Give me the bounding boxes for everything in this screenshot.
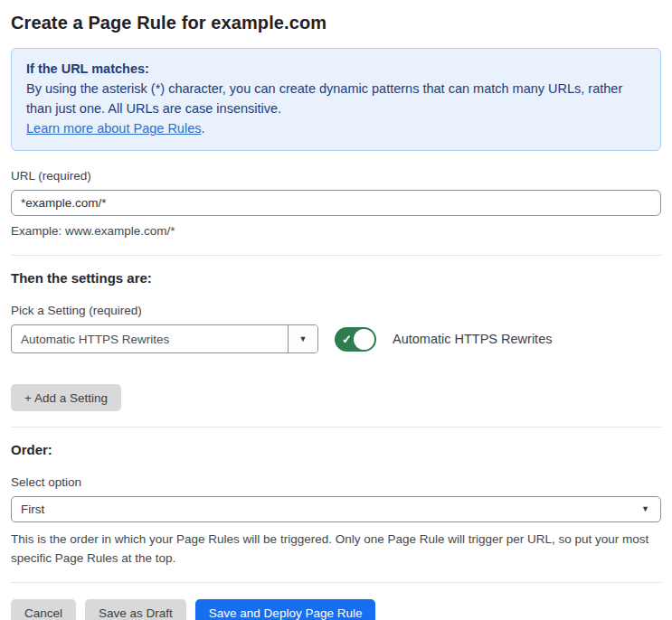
check-icon: ✓ — [342, 333, 352, 345]
divider — [11, 582, 661, 583]
url-input[interactable] — [11, 190, 661, 216]
cancel-button[interactable]: Cancel — [11, 599, 76, 620]
info-box-heading: If the URL matches: — [26, 59, 646, 79]
order-helper-text: This is the order in which your Page Rul… — [11, 530, 661, 568]
chevron-down-icon: ▼ — [299, 335, 308, 343]
chevron-down-icon: ▼ — [641, 505, 649, 513]
create-page-rule-form: Create a Page Rule for example.com If th… — [0, 0, 672, 620]
pick-setting-label: Pick a Setting (required) — [11, 304, 661, 317]
add-setting-button[interactable]: + Add a Setting — [11, 384, 121, 411]
url-match-info-box: If the URL matches: By using the asteris… — [11, 48, 661, 151]
page-title: Create a Page Rule for example.com — [11, 13, 661, 33]
save-and-deploy-button[interactable]: Save and Deploy Page Rule — [195, 599, 376, 620]
info-box-link-line: Learn more about Page Rules. — [26, 118, 646, 138]
order-select-label: Select option — [11, 475, 661, 489]
learn-more-link[interactable]: Learn more about Page Rules — [26, 121, 201, 136]
footer-actions: Cancel Save as Draft Save and Deploy Pag… — [11, 599, 661, 620]
divider — [11, 427, 661, 427]
order-select[interactable]: First ▼ — [11, 496, 661, 522]
setting-select[interactable]: Automatic HTTPS Rewrites ▼ — [11, 324, 318, 353]
settings-section-heading: Then the settings are: — [11, 270, 661, 286]
https-rewrites-toggle[interactable]: ✓ — [335, 327, 376, 352]
info-box-body: By using the asterisk (*) character, you… — [26, 79, 646, 118]
toggle-knob — [354, 329, 374, 350]
url-field-label: URL (required) — [11, 169, 661, 183]
setting-select-arrow-button[interactable]: ▼ — [288, 325, 317, 352]
divider — [11, 255, 661, 256]
setting-select-value: Automatic HTTPS Rewrites — [12, 325, 288, 352]
order-section-heading: Order: — [11, 442, 661, 457]
order-select-value: First — [21, 503, 44, 516]
url-field-helper: Example: www.example.com/* — [11, 222, 661, 240]
link-period: . — [201, 121, 204, 136]
save-as-draft-button[interactable]: Save as Draft — [85, 599, 186, 620]
setting-row: Automatic HTTPS Rewrites ▼ ✓ Automatic H… — [11, 324, 661, 353]
toggle-label: Automatic HTTPS Rewrites — [393, 332, 552, 346]
